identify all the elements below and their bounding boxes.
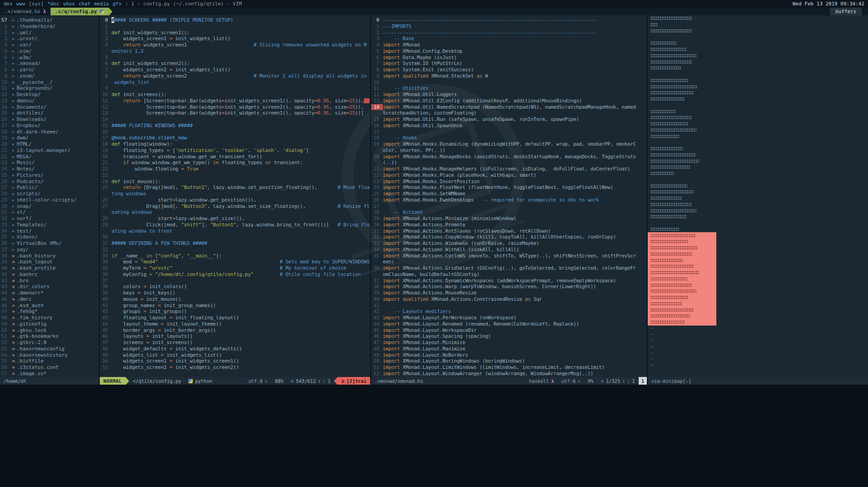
code-line[interactable]: 10def init_screens(): [100,92,370,98]
code-line[interactable]: 24def init_mouse(): [100,179,370,185]
code-line[interactable]: 25 return [Drag([mod], "Button1", lazy.w… [100,184,370,191]
code-line[interactable]: 33if __name__ in ["config", "__main__"]: [100,253,370,259]
code-line[interactable]: 37 [100,278,370,284]
tree-dir-row[interactable]: 20▸HTML/ [0,141,99,147]
code-line[interactable]: 6import Data.Maybe (isJust) [371,55,647,61]
code-line[interactable]: 23 [100,172,370,179]
code-line[interactable]: 17 [371,129,647,135]
code-line[interactable]: 52import XMonad.Layout.WindowArranger (w… [371,371,647,377]
code-line[interactable]: 34 mod = "mod4" # Sets mod key to SUPER/… [100,259,370,265]
tree-file-row[interactable]: 51≡.gtk-bookmarks [0,333,99,340]
code-line[interactable]: 49 widgets_list = init_widgets_list() [100,352,370,358]
code-line[interactable]: 6def init_widgets_screen2(): [100,60,370,67]
code-line[interactable]: 24import XMonad.Hooks.FloatNext (floatNe… [371,184,647,191]
code-line[interactable]: 42 -- Layouts modifiers [371,308,647,315]
code-line[interactable]: 3 widgets_screen1 = init_widgets_list() [100,36,370,42]
code-line[interactable]: 3 -- Base [371,36,647,42]
code-line[interactable]: (..)) [371,160,647,166]
code-line[interactable]: 4 return widgets_screen1 # Slicing remov… [100,42,370,48]
tree-dir-row[interactable]: 5▸.vim/ [0,48,99,55]
tree-dir-row[interactable]: 23▸Music/ [0,160,99,166]
code-line[interactable]: 42 groups = init_groups() [100,308,370,315]
code-line[interactable]: 26import XMonad.Hooks.EwmhDesktops -- re… [371,197,647,203]
tree-file-row[interactable]: 44≡.dmenurc* [0,290,99,296]
code-line[interactable]: 44 layout_theme = init_layout_theme() [100,321,370,327]
code-line[interactable]: 14 [100,116,370,123]
tree-dir-row[interactable]: 4▸.var/ [0,42,99,48]
tree-file-row[interactable]: 54≡.haxornewshistory [0,352,99,358]
code-line[interactable]: 41 [371,303,647,309]
tree-dir-row[interactable]: 12▸Desktop/ [0,92,99,98]
tree-dir-row[interactable]: 7▸.xmonad/ [0,60,99,67]
tree-dir-row[interactable]: 27▸Public/ [0,184,99,191]
code-line[interactable]: 23import XMonad.Hooks.InsertPosition [371,179,647,185]
code-line[interactable]: 28 -- Actions [371,209,647,216]
tree-file-row[interactable]: 47≡.fehbg* [0,308,99,315]
code-line[interactable]: 8 return widgets_screen2 # Monitor 2 wil… [100,73,370,79]
tree-dir-row[interactable]: 25▸Pictures/ [0,172,99,179]
tab-config-py[interactable]: .c/q/config.py [51,8,109,15]
tree-dir-row[interactable]: 35▸Videos/ [0,234,99,240]
code-line[interactable]: 13 Screen(top=bar.Bar(widgets=init_widge… [100,110,370,116]
code-line[interactable]: 9import qualified XMonad.StackSet as W [371,73,647,79]
tmux-window-vbox[interactable]: vbox [63,1,75,7]
tree-file-row[interactable]: 56≡.i3status.conf [0,364,99,371]
code-line[interactable]: 7import System.IO (hPutStrLn) [371,60,647,67]
tree-dir-row[interactable]: 26▸Podcasts/ [0,179,99,185]
minimap-viewport-row[interactable] [648,282,716,288]
tmux-window-media[interactable]: media [94,1,109,7]
tree-file-row[interactable]: 39≡.bash_logout [0,259,99,265]
tree-dir-row[interactable]: 2▸.uml/ [0,30,99,36]
minimap-viewport-row[interactable] [648,276,716,282]
code-line[interactable]: 28 start=lazy.window.get_size()), [100,216,370,222]
code-line[interactable]: 18def floating(window): [100,141,370,147]
code-line[interactable]: 31##### DEFINING A FEW THINGS ##### [100,240,370,247]
code-line[interactable]: 40 mouse = init_mouse() [100,296,370,303]
code-line[interactable]: 19 floating_types = ['notification', 'to… [100,147,370,154]
code-line[interactable]: 39import XMonad.Actions.MouseResize [371,290,647,296]
tree-file-row[interactable]: 43≡.dir_colors [0,284,99,290]
code-line[interactable]: 51 widgets_screen2 = init_widgets_screen… [100,364,370,371]
tree-dir-row[interactable]: 13▸dmenu/ [0,98,99,104]
code-line[interactable]: 0---------------------------------------… [371,17,647,23]
code-line[interactable]: 49import XMonad.Layout.NoBorders [371,352,647,358]
code-line[interactable]: 40import qualified XMonad.Actions.Constr… [371,296,647,303]
minimap-viewport-row[interactable] [648,301,716,307]
code-line[interactable]: 5 [100,55,370,61]
code-line[interactable]: 35 myTerm = "urxvtc" # My terminal of ch… [100,265,370,271]
tree-dir-row[interactable]: 6▸.w3m/ [0,55,99,61]
code-line[interactable]: 10 [371,79,647,86]
tree-file-row[interactable]: 40≡.bash_profile [0,265,99,271]
tree-file-row[interactable]: 41≡.bashrc [0,271,99,278]
minimap-viewport-row[interactable] [648,307,716,313]
minimap-viewport-row[interactable] [648,294,716,301]
code-line[interactable]: 2def init_widgets_screen1(): [100,30,370,36]
code-line[interactable]: 14import XMonad.Util.NamedScratchpad (Na… [371,104,647,110]
code-line[interactable]: 0##### SCREENS ##### (TRIPLE MONITOR SET… [100,17,370,23]
minimap-viewport-row[interactable] [648,288,716,294]
tree-dir-row[interactable]: 14▸Documents/ [0,104,99,110]
code-line[interactable]: 33import XMonad.Actions.WindowGo (runOrR… [371,240,647,247]
tmux-window-gfx[interactable]: gfx [113,1,122,7]
code-line[interactable]: 5import XMonad.Config.Desktop [371,48,647,55]
code-line[interactable]: 47 screens = init_screens() [100,340,370,346]
code-line[interactable]: 4import XMonad [371,42,647,48]
code-line[interactable]: 46 layouts = init_layouts() [100,333,370,340]
tree-dir-row[interactable]: 29▸shell-color-scripts/ [0,197,99,203]
code-line[interactable]: 27 [371,203,647,210]
code-line[interactable]: 21import XMonad.Hooks.ManageHelpers (isF… [371,166,647,172]
tree-file-row[interactable]: 45≡.dmrc [0,296,99,303]
code-line[interactable]: 11 -- Utilities [371,85,647,92]
tmux-window-doc[interactable]: *doc [47,1,60,7]
tree-file-row[interactable]: 49≡.gitconfig [0,321,99,327]
code-line[interactable]: 50import XMonad.Layout.BoringWindows (bo… [371,358,647,364]
minimap-viewport-row[interactable] [648,263,716,270]
tree-file-row[interactable]: 55≡.histfile [0,358,99,364]
tmux-window-chat[interactable]: chat [79,1,91,7]
code-line[interactable]: 51import XMonad.Layout.LimitWindows (lim… [371,364,647,371]
code-line[interactable]: 37import XMonad.Actions.DynamicWorkspace… [371,278,647,284]
tree-file-row[interactable]: 52≡.gtkrc-2.0 [0,340,99,346]
code-line[interactable]: een) [371,259,647,265]
code-line[interactable]: 47import XMonad.Layout.Minimize [371,340,647,346]
code-line[interactable]: ScratchpadAction, customFloating) [371,110,647,116]
